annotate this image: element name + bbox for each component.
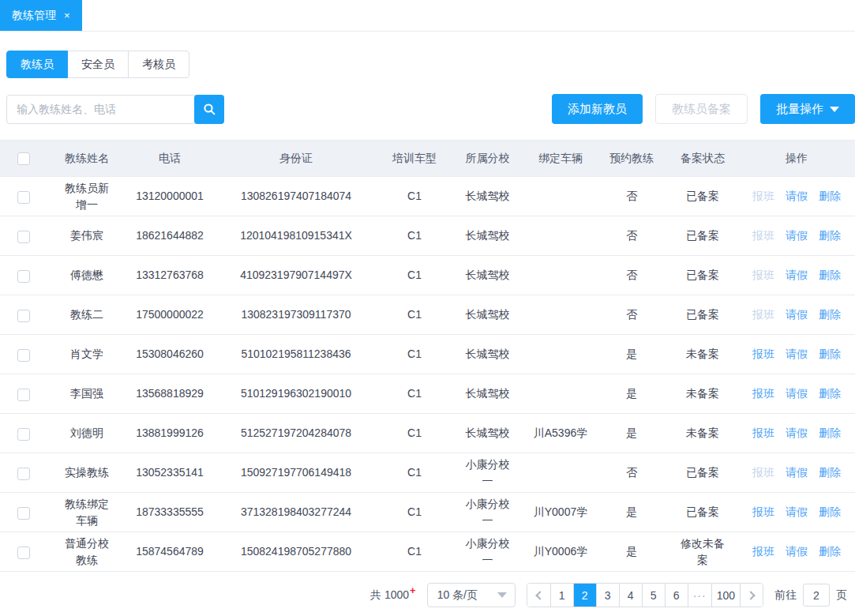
leave-link[interactable]: 请假 bbox=[786, 545, 808, 558]
cell-coach-name: 李国强 bbox=[47, 374, 126, 414]
coach-record-button: 教练员备案 bbox=[655, 94, 748, 124]
row-checkbox[interactable] bbox=[17, 270, 30, 283]
header-branch: 所属分校 bbox=[450, 141, 525, 177]
row-checkbox[interactable] bbox=[17, 507, 30, 520]
leave-link[interactable]: 请假 bbox=[786, 466, 808, 479]
cell-bookable: 是 bbox=[596, 493, 667, 532]
select-all-checkbox[interactable] bbox=[17, 152, 30, 165]
row-checkbox[interactable] bbox=[17, 310, 30, 322]
row-checkbox[interactable] bbox=[17, 389, 30, 401]
search-input[interactable] bbox=[6, 95, 196, 124]
enroll-link[interactable]: 报班 bbox=[752, 347, 774, 360]
header-bookable: 预约教练 bbox=[596, 141, 667, 177]
delete-link[interactable]: 删除 bbox=[819, 308, 841, 321]
cell-bookable: 否 bbox=[596, 453, 667, 493]
cell-record-status: 未备案 bbox=[667, 374, 738, 414]
leave-link[interactable]: 请假 bbox=[786, 505, 808, 518]
cell-car-type: C1 bbox=[379, 493, 450, 532]
page-size-select[interactable]: 10 条/页 bbox=[427, 583, 516, 607]
enroll-link[interactable]: 报班 bbox=[752, 505, 774, 518]
cell-car-type: C1 bbox=[379, 453, 450, 493]
delete-link[interactable]: 删除 bbox=[819, 426, 841, 439]
leave-link[interactable]: 请假 bbox=[786, 387, 808, 400]
leave-link[interactable]: 请假 bbox=[786, 308, 808, 321]
row-checkbox[interactable] bbox=[17, 191, 30, 204]
cell-id-card: 41092319790714497X bbox=[213, 256, 379, 295]
delete-link[interactable]: 删除 bbox=[819, 545, 841, 558]
add-coach-button[interactable]: 添加新教员 bbox=[552, 94, 643, 124]
tab-assessor[interactable]: 考核员 bbox=[128, 51, 189, 78]
delete-link[interactable]: 删除 bbox=[819, 229, 841, 242]
window-tab-label: 教练管理 bbox=[12, 9, 56, 23]
delete-link[interactable]: 删除 bbox=[819, 190, 841, 202]
pager: 1 2 3 4 5 6 ··· 100 bbox=[527, 583, 763, 607]
enroll-link: 报班 bbox=[752, 308, 774, 321]
cell-car-type: C1 bbox=[379, 256, 450, 295]
prev-page-button[interactable] bbox=[527, 584, 550, 607]
cell-id-card: 130826197407184074 bbox=[213, 177, 379, 216]
leave-link[interactable]: 请假 bbox=[786, 347, 808, 360]
cell-id-card: 150927197706149418 bbox=[213, 453, 379, 493]
total-count: 共 1000 + bbox=[370, 588, 416, 603]
cell-record-status: 未备案 bbox=[667, 414, 738, 453]
tab-safety-officer[interactable]: 安全员 bbox=[67, 51, 129, 78]
delete-link[interactable]: 删除 bbox=[819, 505, 841, 518]
cell-id-card: 510129196302190010 bbox=[213, 374, 379, 414]
row-checkbox[interactable] bbox=[17, 428, 30, 441]
cell-phone: 17500000022 bbox=[126, 295, 213, 335]
cell-coach-name: 教练二 bbox=[47, 295, 126, 335]
tab-coach[interactable]: 教练员 bbox=[6, 51, 68, 78]
cell-car-type: C1 bbox=[379, 295, 450, 335]
page-button-2[interactable]: 2 bbox=[573, 584, 596, 607]
page-button-100[interactable]: 100 bbox=[711, 584, 740, 607]
cell-branch: 长城驾校 bbox=[450, 216, 525, 256]
enroll-link[interactable]: 报班 bbox=[752, 426, 774, 439]
leave-link[interactable]: 请假 bbox=[786, 190, 808, 202]
goto-page-input[interactable] bbox=[803, 584, 830, 607]
row-checkbox[interactable] bbox=[17, 547, 30, 559]
table-row: 教练绑定车辆 18733335555 371328198403277244 C1… bbox=[0, 493, 855, 532]
cell-vehicle bbox=[525, 295, 596, 335]
delete-link[interactable]: 删除 bbox=[819, 387, 841, 400]
search-button[interactable] bbox=[194, 95, 224, 124]
cell-branch: 长城驾校 bbox=[450, 295, 525, 335]
row-checkbox[interactable] bbox=[17, 231, 30, 243]
cell-record-status: 已备案 bbox=[667, 256, 738, 295]
coach-record-button-label: 教练员备案 bbox=[672, 102, 731, 117]
cell-id-card: 512527197204284078 bbox=[213, 414, 379, 453]
page-button-4[interactable]: 4 bbox=[619, 584, 642, 607]
tab-coach-label: 教练员 bbox=[21, 58, 54, 72]
window-tab-coach-management[interactable]: 教练管理 × bbox=[0, 0, 82, 31]
delete-link[interactable]: 删除 bbox=[819, 466, 841, 479]
leave-link[interactable]: 请假 bbox=[786, 229, 808, 242]
page-button-6[interactable]: 6 bbox=[665, 584, 688, 607]
enroll-link[interactable]: 报班 bbox=[752, 387, 774, 400]
cell-record-status: 已备案 bbox=[667, 453, 738, 493]
cell-vehicle bbox=[525, 256, 596, 295]
enroll-link[interactable]: 报班 bbox=[752, 545, 774, 558]
delete-link[interactable]: 删除 bbox=[819, 347, 841, 360]
more-pages-ellipsis[interactable]: ··· bbox=[688, 584, 711, 607]
next-page-button[interactable] bbox=[740, 584, 763, 607]
goto-suffix: 页 bbox=[836, 588, 847, 603]
leave-link[interactable]: 请假 bbox=[786, 269, 808, 281]
goto-page: 前往 页 bbox=[774, 584, 847, 607]
cell-id-card: 150824198705277880 bbox=[213, 532, 379, 572]
row-checkbox[interactable] bbox=[17, 349, 30, 362]
delete-link[interactable]: 删除 bbox=[819, 269, 841, 281]
tab-safety-officer-label: 安全员 bbox=[81, 58, 114, 72]
leave-link[interactable]: 请假 bbox=[786, 426, 808, 439]
cell-phone: 13120000001 bbox=[126, 177, 213, 216]
close-icon[interactable]: × bbox=[64, 10, 70, 21]
page-button-1[interactable]: 1 bbox=[550, 584, 573, 607]
cell-vehicle: 川Y0006学 bbox=[525, 532, 596, 572]
chevron-right-icon bbox=[746, 591, 755, 599]
page-button-3[interactable]: 3 bbox=[596, 584, 619, 607]
role-tabs: 教练员 安全员 考核员 bbox=[6, 51, 189, 78]
cell-phone: 15308046260 bbox=[126, 335, 213, 374]
row-checkbox[interactable] bbox=[17, 468, 30, 480]
cell-record-status: 未备案 bbox=[667, 335, 738, 374]
page-button-5[interactable]: 5 bbox=[642, 584, 665, 607]
cell-record-status: 已备案 bbox=[667, 493, 738, 532]
batch-operation-button[interactable]: 批量操作 bbox=[760, 94, 855, 124]
